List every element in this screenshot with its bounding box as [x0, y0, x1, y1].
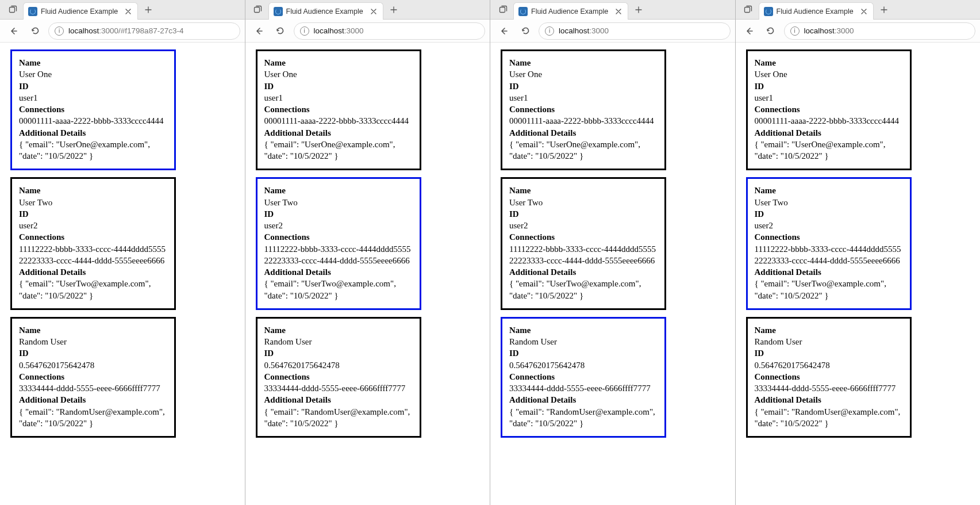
- favicon-icon: [28, 7, 37, 16]
- refresh-button[interactable]: [26, 22, 44, 40]
- name-label: Name: [264, 185, 413, 196]
- connections-label: Connections: [755, 371, 903, 382]
- back-button[interactable]: [250, 22, 267, 40]
- name-label: Name: [19, 185, 167, 196]
- toolbar: ilocalhost:3000: [490, 20, 735, 43]
- id-value: 0.5647620175642478: [755, 359, 903, 371]
- details-value: { "email": "RandomUser@example.com", "da…: [755, 406, 903, 430]
- user-card[interactable]: NameUser OneIDuser1Connections00001111-a…: [746, 49, 912, 170]
- id-label: ID: [264, 347, 413, 359]
- close-tab-icon[interactable]: [369, 7, 378, 16]
- tab-actions-icon[interactable]: [495, 1, 511, 17]
- connections-label: Connections: [755, 231, 903, 243]
- tab-actions-icon[interactable]: [250, 1, 266, 17]
- user-card[interactable]: NameRandom UserID0.5647620175642478Conne…: [501, 317, 666, 438]
- user-card[interactable]: NameUser OneIDuser1Connections00001111-a…: [256, 49, 421, 170]
- id-value: user1: [755, 92, 903, 104]
- connection-id: 00001111-aaaa-2222-bbbb-3333cccc4444: [755, 115, 903, 127]
- svg-rect-2: [499, 7, 505, 12]
- connections-label: Connections: [509, 231, 658, 243]
- id-label: ID: [755, 208, 903, 220]
- browser-tab[interactable]: Fluid Audience Example: [759, 2, 874, 20]
- connection-id: 22223333-cccc-4444-dddd-5555eeee6666: [509, 255, 658, 266]
- user-card[interactable]: NameRandom UserID0.5647620175642478Conne…: [256, 317, 421, 438]
- connection-id: 11112222-bbbb-3333-cccc-4444dddd5555: [755, 243, 903, 255]
- site-info-icon[interactable]: i: [55, 26, 64, 36]
- details-value: { "email": "UserOne@example.com", "date"…: [509, 139, 658, 162]
- details-value: { "email": "UserOne@example.com", "date"…: [755, 139, 903, 162]
- back-button[interactable]: [740, 22, 758, 40]
- details-label: Additional Details: [755, 394, 903, 405]
- id-value: user2: [509, 220, 658, 231]
- site-info-icon[interactable]: i: [300, 26, 309, 36]
- connection-id: 33334444-dddd-5555-eeee-6666ffff7777: [755, 382, 903, 394]
- user-card[interactable]: NameUser TwoIDuser2Connections11112222-b…: [10, 177, 176, 310]
- connections-label: Connections: [19, 371, 167, 382]
- address-bar[interactable]: ilocalhost:3000/#f1798a87-27c3-4: [48, 22, 240, 40]
- name-value: Random User: [264, 336, 413, 347]
- connection-id: 11112222-bbbb-3333-cccc-4444dddd5555: [509, 243, 658, 255]
- id-label: ID: [19, 347, 167, 359]
- new-tab-button[interactable]: [386, 2, 402, 18]
- tab-actions-icon[interactable]: [740, 1, 756, 17]
- tab-title: Fluid Audience Example: [286, 7, 366, 16]
- user-card[interactable]: NameRandom UserID0.5647620175642478Conne…: [10, 317, 176, 438]
- close-tab-icon[interactable]: [124, 7, 133, 16]
- name-value: User One: [264, 68, 413, 80]
- toolbar: ilocalhost:3000: [736, 20, 981, 43]
- name-label: Name: [264, 324, 413, 336]
- user-card[interactable]: NameUser OneIDuser1Connections00001111-a…: [10, 49, 176, 170]
- details-label: Additional Details: [19, 394, 167, 405]
- connection-id: 00001111-aaaa-2222-bbbb-3333cccc4444: [264, 115, 413, 127]
- id-value: user1: [19, 92, 167, 104]
- connection-id: 22223333-cccc-4444-dddd-5555eeee6666: [755, 255, 903, 266]
- details-label: Additional Details: [19, 266, 167, 278]
- browser-tab[interactable]: Fluid Audience Example: [23, 2, 138, 20]
- user-card[interactable]: NameUser OneIDuser1Connections00001111-a…: [501, 49, 666, 170]
- site-info-icon[interactable]: i: [545, 26, 554, 36]
- tab-title: Fluid Audience Example: [777, 7, 856, 16]
- details-value: { "email": "UserTwo@example.com", "date"…: [755, 278, 903, 301]
- tab-actions-icon[interactable]: [5, 1, 21, 17]
- browser-tab[interactable]: Fluid Audience Example: [513, 2, 628, 20]
- browser-tab[interactable]: Fluid Audience Example: [268, 2, 383, 20]
- address-bar[interactable]: ilocalhost:3000: [784, 22, 976, 40]
- svg-rect-1: [255, 7, 260, 12]
- name-value: Random User: [509, 336, 658, 347]
- user-card[interactable]: NameUser TwoIDuser2Connections11112222-b…: [501, 177, 666, 310]
- user-card[interactable]: NameRandom UserID0.5647620175642478Conne…: [746, 317, 912, 438]
- name-label: Name: [755, 324, 903, 336]
- address-bar[interactable]: ilocalhost:3000: [539, 22, 731, 40]
- new-tab-button[interactable]: [631, 2, 647, 18]
- connection-id: 33334444-dddd-5555-eeee-6666ffff7777: [509, 382, 658, 394]
- name-label: Name: [19, 324, 167, 336]
- details-label: Additional Details: [264, 127, 413, 139]
- back-button[interactable]: [5, 22, 22, 40]
- name-label: Name: [755, 57, 903, 68]
- new-tab-button[interactable]: [876, 2, 892, 18]
- close-tab-icon[interactable]: [859, 7, 868, 16]
- refresh-button[interactable]: [272, 22, 289, 40]
- new-tab-button[interactable]: [140, 2, 156, 18]
- details-value: { "email": "UserOne@example.com", "date"…: [19, 139, 167, 162]
- site-info-icon[interactable]: i: [790, 26, 800, 36]
- back-button[interactable]: [495, 22, 512, 40]
- name-value: User One: [755, 68, 903, 80]
- details-label: Additional Details: [19, 127, 167, 139]
- connection-id: 11112222-bbbb-3333-cccc-4444dddd5555: [19, 243, 167, 255]
- refresh-button[interactable]: [762, 22, 779, 40]
- address-bar[interactable]: ilocalhost:3000: [294, 22, 486, 40]
- user-card[interactable]: NameUser TwoIDuser2Connections11112222-b…: [256, 177, 421, 310]
- id-value: 0.5647620175642478: [19, 359, 167, 371]
- refresh-button[interactable]: [517, 22, 534, 40]
- user-card[interactable]: NameUser TwoIDuser2Connections11112222-b…: [746, 177, 912, 310]
- connections-label: Connections: [509, 371, 658, 382]
- name-value: User One: [19, 68, 167, 80]
- id-value: user1: [509, 92, 658, 104]
- id-label: ID: [264, 81, 413, 92]
- toolbar: ilocalhost:3000/#f1798a87-27c3-4: [0, 20, 245, 43]
- name-label: Name: [509, 185, 658, 196]
- id-label: ID: [264, 208, 413, 220]
- close-tab-icon[interactable]: [614, 7, 623, 16]
- details-label: Additional Details: [755, 127, 903, 139]
